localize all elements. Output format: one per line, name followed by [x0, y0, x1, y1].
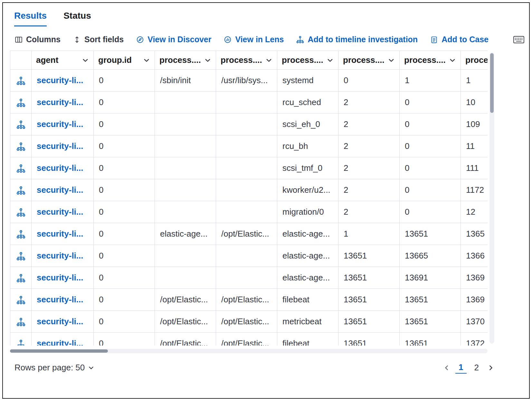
grid-cell[interactable]	[216, 92, 277, 113]
grid-cell[interactable]: 13651	[338, 267, 400, 289]
grid-cell[interactable]: 0	[94, 179, 155, 201]
grid-cell[interactable]: 1366	[461, 245, 488, 267]
horizontal-scrollbar[interactable]	[10, 349, 488, 353]
column-header-process-5[interactable]: process....	[400, 51, 461, 70]
grid-cell[interactable]	[155, 267, 216, 289]
grid-cell[interactable]: 0	[94, 245, 155, 267]
grid-cell[interactable]: 13691	[400, 267, 461, 289]
grid-cell[interactable]: scsi_eh_0	[277, 113, 338, 135]
chevron-down-icon[interactable]	[82, 57, 89, 64]
grid-cell[interactable]: 0	[400, 201, 461, 223]
grid-cell[interactable]	[216, 135, 277, 157]
horizontal-scrollbar-thumb[interactable]	[10, 349, 108, 353]
chevron-down-icon[interactable]	[449, 57, 456, 64]
chevron-down-icon[interactable]	[204, 57, 211, 64]
open-in-timeline-button[interactable]	[10, 92, 32, 113]
grid-cell[interactable]	[155, 92, 216, 113]
grid-cell[interactable]: /opt/Elastic...	[216, 333, 277, 346]
grid-cell[interactable]: /opt/Elastic...	[216, 289, 277, 311]
grid-cell-agent[interactable]: security-li...	[32, 311, 94, 333]
grid-cell[interactable]: 2	[338, 201, 400, 223]
grid-cell[interactable]: elastic-age...	[277, 245, 338, 267]
grid-cell[interactable]: systemd	[277, 70, 338, 92]
open-in-timeline-button[interactable]	[10, 70, 32, 92]
grid-cell[interactable]: elastic-age...	[155, 223, 216, 245]
agent-link[interactable]: security-li...	[37, 207, 83, 217]
grid-cell-agent[interactable]: security-li...	[32, 157, 94, 179]
open-in-timeline-button[interactable]	[10, 333, 32, 346]
grid-cell[interactable]: 13651	[338, 333, 400, 346]
grid-cell[interactable]: 13651	[400, 333, 461, 346]
add-to-case-button[interactable]: Add to Case	[430, 35, 489, 44]
grid-cell[interactable]: 13665	[400, 245, 461, 267]
grid-cell[interactable]	[155, 113, 216, 135]
grid-cell[interactable]: 13651	[400, 289, 461, 311]
grid-cell[interactable]: 109	[461, 113, 488, 135]
agent-link[interactable]: security-li...	[37, 273, 83, 282]
grid-cell[interactable]: 2	[338, 135, 400, 157]
grid-cell[interactable]: elastic-age...	[277, 223, 338, 245]
rows-per-page-button[interactable]: Rows per page: 50	[14, 363, 94, 373]
grid-cell[interactable]	[216, 267, 277, 289]
grid-cell[interactable]	[155, 179, 216, 201]
grid-cell[interactable]	[155, 201, 216, 223]
grid-cell[interactable]: 1370	[461, 311, 488, 333]
column-header-process-6[interactable]: process....	[461, 51, 488, 70]
tab-status[interactable]: Status	[63, 11, 91, 26]
grid-cell-agent[interactable]: security-li...	[32, 245, 94, 267]
sort-fields-button[interactable]: Sort fields	[73, 35, 124, 44]
grid-cell[interactable]: 11	[461, 135, 488, 157]
agent-link[interactable]: security-li...	[37, 338, 83, 346]
agent-link[interactable]: security-li...	[37, 251, 83, 260]
open-in-timeline-button[interactable]	[10, 135, 32, 157]
grid-cell[interactable]: 0	[94, 267, 155, 289]
grid-cell[interactable]: filebeat	[277, 289, 338, 311]
agent-link[interactable]: security-li...	[37, 163, 83, 173]
agent-link[interactable]: security-li...	[37, 185, 83, 195]
grid-cell[interactable]: 2	[338, 113, 400, 135]
grid-cell[interactable]	[216, 201, 277, 223]
agent-link[interactable]: security-li...	[37, 75, 83, 85]
grid-cell[interactable]: 13651	[338, 245, 400, 267]
view-in-discover-button[interactable]: View in Discover	[136, 35, 211, 44]
agent-link[interactable]: security-li...	[37, 141, 83, 151]
chevron-down-icon[interactable]	[327, 57, 334, 64]
grid-cell[interactable]: 1172	[461, 179, 488, 201]
grid-cell[interactable]: 1369	[461, 267, 488, 289]
grid-cell[interactable]: 0	[338, 70, 400, 92]
grid-cell[interactable]: 2	[338, 92, 400, 113]
tab-results[interactable]: Results	[14, 11, 47, 26]
grid-cell[interactable]: 0	[94, 92, 155, 113]
grid-cell-agent[interactable]: security-li...	[32, 267, 94, 289]
vertical-scrollbar[interactable]	[489, 53, 494, 344]
grid-cell[interactable]: rcu_bh	[277, 135, 338, 157]
previous-page-button[interactable]	[442, 364, 451, 372]
column-header-agent[interactable]: agent	[32, 51, 94, 70]
grid-cell-agent[interactable]: security-li...	[32, 92, 94, 113]
grid-cell[interactable]: 10	[461, 92, 488, 113]
grid-cell[interactable]: 0	[94, 113, 155, 135]
next-page-button[interactable]	[487, 364, 495, 372]
grid-cell[interactable]	[216, 157, 277, 179]
page-1-button[interactable]: 1	[455, 362, 466, 374]
agent-link[interactable]: security-li...	[37, 97, 83, 107]
grid-cell-agent[interactable]: security-li...	[32, 179, 94, 201]
grid-cell[interactable]: /opt/Elastic...	[155, 333, 216, 346]
grid-cell[interactable]: 2	[338, 179, 400, 201]
grid-cell[interactable]: 0	[400, 113, 461, 135]
grid-cell[interactable]: 0	[94, 135, 155, 157]
open-in-timeline-button[interactable]	[10, 289, 32, 311]
grid-cell[interactable]: /sbin/init	[155, 70, 216, 92]
grid-cell[interactable]: 0	[94, 223, 155, 245]
open-in-timeline-button[interactable]	[10, 157, 32, 179]
agent-link[interactable]: security-li...	[37, 295, 83, 304]
grid-cell[interactable]: 0	[400, 157, 461, 179]
grid-cell[interactable]	[155, 135, 216, 157]
agent-link[interactable]: security-li...	[37, 317, 83, 326]
add-to-timeline-button[interactable]: Add to timeline investigation	[296, 35, 418, 44]
grid-cell[interactable]: filebeat	[277, 333, 338, 346]
grid-cell[interactable]: /usr/lib/sys...	[216, 70, 277, 92]
grid-cell[interactable]: 0	[400, 135, 461, 157]
grid-cell[interactable]: 0	[94, 70, 155, 92]
grid-cell[interactable]: 1	[400, 70, 461, 92]
